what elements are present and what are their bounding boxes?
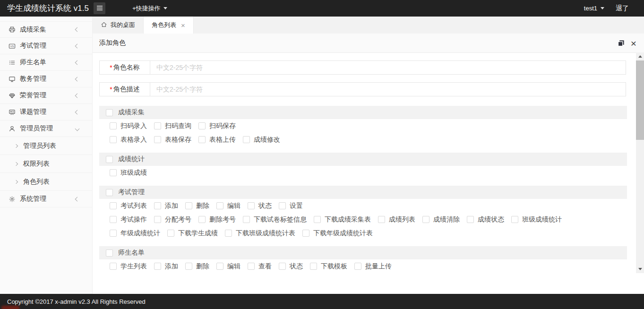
sidebar-item-system-management[interactable]: 系统管理: [0, 191, 92, 207]
sidebar-item-admin-management[interactable]: 管理员管理: [0, 120, 92, 137]
perm-item: 表格保存: [154, 136, 191, 144]
perm-label: 下载年级成绩统计表: [313, 229, 373, 238]
bottom-left-red-artifact: [1, 306, 19, 309]
perm-label: 添加: [165, 202, 178, 210]
sidebar-subitem-admin-list[interactable]: 管理员列表: [0, 137, 92, 155]
perm-checkbox[interactable]: [216, 263, 223, 270]
perm-checkbox[interactable]: [198, 216, 206, 223]
perm-checkbox[interactable]: [243, 136, 250, 143]
chevron-right-icon: [14, 144, 18, 147]
sidebar-item-project-management[interactable]: 课题管理: [0, 104, 92, 120]
tab-label: 角色列表: [152, 21, 176, 29]
restore-window-icon[interactable]: [618, 40, 625, 47]
perm-row: 表格录入表格保存表格上传成绩修改: [99, 133, 627, 146]
perm-label: 设置: [290, 202, 303, 210]
perm-label: 下载试卷标签信息: [254, 215, 307, 224]
perm-checkbox[interactable]: [279, 202, 286, 209]
perm-checkbox[interactable]: [279, 263, 286, 270]
perm-group-header-grade-statistics: 成绩统计: [99, 153, 627, 166]
presentation-board-icon: [8, 108, 16, 116]
tab-role-list[interactable]: 角色列表 ×: [144, 17, 194, 34]
user-dropdown[interactable]: test1: [584, 5, 604, 12]
perm-checkbox[interactable]: [154, 136, 161, 143]
scrollbar-thumb[interactable]: [636, 60, 644, 140]
quick-actions-dropdown[interactable]: +快捷操作: [132, 4, 167, 13]
footer: Copyright ©2017 x-admin v2.3 All Rights …: [0, 294, 644, 309]
perm-group-exam-management: 考试管理考试列表添加删除编辑状态设置考试操作分配考号删除考号下载试卷标签信息下载…: [99, 186, 627, 240]
logout-button[interactable]: 退了: [616, 4, 629, 13]
perm-checkbox[interactable]: [185, 202, 192, 209]
group-checkbox[interactable]: [106, 156, 113, 163]
topbar-right: test1 退了: [584, 4, 644, 13]
perm-checkbox[interactable]: [110, 263, 117, 270]
chevron-down-icon: [601, 7, 604, 9]
scroll-down-button[interactable]: [636, 265, 644, 273]
perm-label: 下载学生成绩: [178, 229, 218, 238]
perm-item: 下载成绩采集表: [314, 215, 371, 224]
perm-checkbox[interactable]: [302, 230, 309, 237]
group-checkbox[interactable]: [106, 109, 113, 116]
perm-checkbox[interactable]: [314, 216, 321, 223]
tab-close-icon[interactable]: ×: [181, 22, 185, 29]
role-desc-label: *角色描述: [100, 83, 150, 96]
perm-checkbox[interactable]: [110, 230, 117, 237]
panel-title: 添加角色: [99, 39, 126, 47]
perm-item: 下载年级成绩统计表: [302, 229, 373, 238]
perm-checkbox[interactable]: [216, 202, 223, 209]
perm-row: 年级成绩统计下载学生成绩下载班级成绩统计表下载年级成绩统计表: [99, 226, 627, 240]
perm-checkbox[interactable]: [467, 216, 474, 223]
perm-checkbox[interactable]: [185, 263, 192, 270]
perm-checkbox[interactable]: [243, 216, 250, 223]
sidebar-subitem-permission-list[interactable]: 权限列表: [0, 155, 92, 173]
perm-checkbox[interactable]: [110, 122, 117, 129]
perm-checkbox[interactable]: [378, 216, 385, 223]
sidebar-toggle-button[interactable]: [94, 2, 105, 14]
perm-label: 下载成绩采集表: [325, 215, 371, 224]
group-label: 成绩采集: [118, 108, 145, 117]
perm-checkbox[interactable]: [422, 216, 429, 223]
perm-checkbox[interactable]: [110, 202, 117, 209]
copyright-text: Copyright ©2017 x-admin v2.3 All Rights …: [7, 298, 146, 305]
role-name-label: *角色名称: [100, 61, 150, 74]
sidebar-item-exam-management[interactable]: VS考试管理: [0, 38, 92, 54]
sidebar-item-honor-management[interactable]: 荣誉管理: [0, 87, 92, 104]
perm-checkbox[interactable]: [310, 263, 317, 270]
group-checkbox[interactable]: [106, 189, 113, 196]
perm-item: 成绩状态: [467, 215, 504, 224]
perm-label: 编辑: [227, 262, 240, 271]
perm-checkbox[interactable]: [167, 230, 174, 237]
tab-my-desktop[interactable]: 我的桌面: [93, 17, 144, 34]
sidebar-subitem-label: 管理员列表: [23, 142, 56, 150]
app-window: 学生成绩统计系统 v1.5 +快捷操作 test1 退了 成绩采集VS考试管理师…: [0, 0, 644, 309]
perm-item: 扫码查询: [154, 122, 191, 130]
perm-row: 考试列表添加删除编辑状态设置: [99, 199, 627, 213]
group-checkbox[interactable]: [106, 249, 113, 257]
perm-checkbox[interactable]: [248, 202, 255, 209]
scroll-up-button[interactable]: [636, 52, 644, 60]
sidebar-item-teacher-student-list[interactable]: 师生名单: [0, 54, 92, 71]
chevron-down-icon: [163, 7, 167, 9]
perm-checkbox[interactable]: [198, 136, 206, 143]
perm-checkbox[interactable]: [248, 263, 255, 270]
perm-checkbox[interactable]: [110, 169, 117, 176]
perm-checkbox[interactable]: [110, 136, 117, 143]
sidebar-subitem-role-list[interactable]: 角色列表: [0, 173, 92, 191]
perm-checkbox[interactable]: [198, 122, 206, 129]
role-desc-input[interactable]: [150, 83, 626, 96]
perm-checkbox[interactable]: [154, 263, 161, 270]
perm-item: 考试列表: [110, 202, 147, 210]
perm-label: 批量上传: [365, 262, 392, 271]
group-label: 考试管理: [118, 188, 145, 197]
perm-checkbox[interactable]: [225, 230, 232, 237]
perm-checkbox[interactable]: [354, 263, 361, 270]
sidebar-item-academic-affairs[interactable]: 教务管理: [0, 71, 92, 87]
panel-close-icon[interactable]: ×: [631, 38, 636, 48]
perm-checkbox[interactable]: [110, 216, 117, 223]
perm-label: 状态: [258, 202, 272, 210]
perm-checkbox[interactable]: [511, 216, 518, 223]
perm-checkbox[interactable]: [154, 202, 161, 209]
sidebar-item-grade-collection[interactable]: 成绩采集: [0, 21, 92, 38]
perm-checkbox[interactable]: [154, 216, 161, 223]
perm-checkbox[interactable]: [154, 122, 161, 129]
role-name-input[interactable]: [150, 61, 626, 74]
